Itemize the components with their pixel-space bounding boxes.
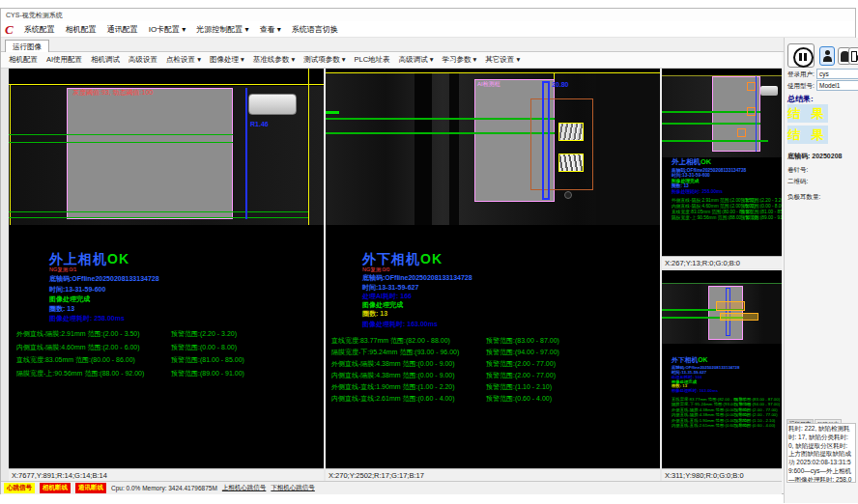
yellow-guide-line-right: [308, 69, 309, 225]
material-region: [67, 88, 233, 219]
user-icon: [820, 47, 834, 65]
exit-button[interactable]: [848, 47, 858, 65]
pause-button[interactable]: [787, 43, 815, 68]
yellow-guide-line-left: [10, 84, 11, 225]
menu-bar: C 系统配置 相机配置 通讯配置 IO卡配置 ▾ 光源控制配置 ▾ 查看 ▾ 系…: [1, 21, 855, 38]
tool-learn-params[interactable]: 学习参数 ▾: [442, 55, 476, 65]
tool-image-process[interactable]: 图像处理 ▾: [210, 55, 244, 65]
orange-highlight-box: [716, 301, 745, 311]
tool-spotcheck-settings[interactable]: 点检设置 ▾: [166, 55, 201, 65]
login-user-value[interactable]: cys: [816, 69, 858, 79]
coordinate-readout: X:311;Y:980;R:0;G:0;B:0: [662, 468, 782, 481]
tab-run-image[interactable]: 运行图像: [5, 40, 49, 53]
coordinate-readout: X:270;Y:2502;R:17;G:17;B:17: [326, 468, 660, 481]
warn-range: 预警范围:(89.00 - 91.00): [171, 369, 244, 378]
elapsed-line: 图像处理耗时: 258.00ms: [49, 315, 125, 322]
tool-camera-debug[interactable]: 相机调试: [91, 55, 120, 65]
model-label: 使用型号:: [787, 82, 815, 91]
model-value[interactable]: Model1: [816, 80, 858, 91]
tool-baseline-params[interactable]: 基准线参数 ▾: [253, 55, 295, 65]
measurement-row: 外侧直线-隔膜:4.38mm 范围:(0.00 - 9.00)预警范围:(2.0…: [331, 359, 660, 371]
user-mode-button[interactable]: [819, 46, 835, 66]
tool-test-params[interactable]: 测试项参数 ▾: [303, 55, 345, 65]
blue-measure-line: [756, 76, 757, 152]
app-window: CYS-视觉检测系统 C 系统配置 相机配置 通讯配置 IO卡配置 ▾ 光源控制…: [0, 8, 856, 494]
axis-code-value: 20250208: [812, 153, 842, 159]
green-measure-line: [662, 123, 760, 125]
clip-object: [248, 94, 297, 115]
qr-code-label: 二维码:: [787, 178, 808, 186]
ai-roi-label: AI检测框: [477, 81, 500, 88]
app-logo-icon: C: [5, 23, 14, 36]
elapsed-line: 图像处理耗时: 163.00ms: [362, 321, 438, 328]
warn-range: 预警范围:(89.00 - 91.00): [740, 214, 782, 221]
orange-marker-box: [747, 107, 756, 116]
exit-icon: [849, 48, 858, 64]
warn-range: 预警范围:(0.60 - 4.00): [486, 394, 552, 404]
login-user-label: 登录用户:: [787, 70, 815, 79]
tool-ai-config[interactable]: AI使用配置: [46, 55, 82, 65]
warn-range: 预警范围:(0.00 - 8.00): [171, 343, 237, 352]
orange-highlight-box: [720, 313, 758, 321]
menu-io-config[interactable]: IO卡配置 ▾: [149, 24, 186, 35]
threshold-overlay-label: 灰度阈值:93, 动态阈值:100: [72, 89, 153, 97]
measurement-value: 隔膜宽度-下:95.24mm 范围:(93.00 - 96.00): [331, 349, 459, 355]
blue-roi-box: [542, 81, 550, 200]
menu-light-config[interactable]: 光源控制配置 ▾: [196, 24, 248, 35]
coordinate-readout: X:267;Y:13;R:0;G:0;B:0: [662, 256, 782, 268]
measurement-value: 内侧直线-隔膜:4.38mm 范围:(0.00 - 9.00): [331, 372, 455, 378]
measurement-value: 直线宽度:83.05mm 范围:(80.00 - 86.00): [16, 356, 135, 363]
green-measure-line: [326, 132, 555, 134]
measurement-row: 外侧直线-隔膜:2.91mm 范围:(2.00 - 3.50)预警范围:(2.2…: [16, 329, 324, 341]
tool-plc-address[interactable]: PLC地址表: [355, 55, 390, 65]
menu-view[interactable]: 查看 ▾: [260, 24, 281, 35]
measurement-value: 内侧直线-直线:2.61mm 范围:(0.60 - 4.00): [331, 395, 455, 402]
machine-dark-zone: [596, 72, 660, 225]
menu-comm-config[interactable]: 通讯配置: [107, 24, 138, 35]
tool-camera-config[interactable]: 相机配置: [9, 55, 38, 65]
yellow-guide-line-top: [326, 72, 660, 73]
green-measure-line: [9, 211, 308, 212]
measurement-row: 内侧直线-隔膜:4.60mm 范围:(2.00 - 6.00)预警范围:(0.0…: [16, 343, 324, 354]
measurement-row: 内侧直线-隔膜:4.38mm 范围:(0.00 - 9.00)预警范围:(2.0…: [331, 371, 660, 382]
menu-camera-config[interactable]: 相机配置: [66, 24, 97, 35]
tool-other-settings[interactable]: 其它设置 ▾: [485, 55, 520, 65]
yellow-guide-line-top: [9, 84, 324, 85]
title-bar: CYS-视觉检测系统: [1, 9, 855, 21]
time-line: 时间:13-31-59-600: [49, 286, 105, 294]
machine-dark-bar: [449, 72, 459, 225]
green-measure-line: [662, 111, 760, 113]
tool-advanced-settings[interactable]: 高级设置: [129, 55, 157, 65]
tool-advanced-debug[interactable]: 高级调试 ▾: [399, 55, 434, 65]
camera-view-outer-top[interactable]: 灰度阈值:93, 动态阈值:100 R1.46 外上相机OK NG复测:0/1 …: [9, 69, 324, 481]
blue-roi-box: [726, 288, 730, 336]
coordinate-readout: X:7677,Y:891;R:14;G:14;B:14: [9, 468, 324, 481]
code-line: 底轴码:OFfIine20250208133134728: [49, 275, 159, 283]
warn-range: 预警范围:(83.00 - 87.00): [486, 336, 559, 346]
bottom-camera-heartbeat-link[interactable]: 下相机心跳信号: [271, 484, 315, 492]
turns-line: 圈数: 13: [49, 305, 74, 313]
warn-range: 预警范围:(94.00 - 97.00): [486, 348, 559, 357]
measurement-row: 隔膜宽度-下:95.24mm 范围:(93.00 - 96.00)预警范围:(9…: [331, 348, 660, 359]
camera-name-label: 外下相机: [362, 251, 420, 266]
thumbnail-result-text: 外下相机OK 底轴码:OFfIine20250208133134728 时间:1…: [672, 355, 782, 429]
control-panel: 登录用户: cys 使用型号: Model1 总结果: 结 果 结 果 底轴码:…: [784, 38, 858, 503]
warn-range: 预警范围:(1.10 - 2.10): [486, 382, 552, 392]
time-line: 时间:13-31-59-627: [362, 284, 418, 292]
measurement-row: 外侧直线-直线:1.90mm 范围:(1.00 - 2.20)预警范围:(1.1…: [331, 382, 660, 394]
log-output[interactable]: 耗时: 222, 缺陷检测耗时: 17, 缺陷分类耗时: 0, 缺陷提取分区耗时…: [786, 423, 856, 483]
result-box-bottom: 结 果: [787, 126, 828, 144]
menu-language[interactable]: 系统语言切换: [292, 24, 338, 35]
green-measure-line: [9, 134, 233, 135]
thumbnail-view-outer-top[interactable]: 外上相机OK 底轴码:OFfIine20250208133134728 时间:1…: [662, 69, 782, 268]
camera-view-outer-bottom[interactable]: AI检测框 20.80 外下相机OK NG复测:0/0 底轴码:OFfIine2…: [326, 69, 660, 481]
menu-system-config[interactable]: 系统配置: [24, 24, 55, 35]
camera-name-label: 外上相机: [672, 158, 701, 166]
toolbar: 相机配置 AI使用配置 相机调试 高级设置 点检设置 ▾ 图像处理 ▾ 基准线参…: [1, 52, 782, 69]
top-camera-heartbeat-link[interactable]: 上相机心跳信号: [222, 484, 267, 492]
measurement-value: 外侧直线-直线:1.90mm 范围:(1.00 - 2.20): [331, 383, 455, 390]
camera-name-label: 外下相机: [672, 356, 698, 363]
window-title: CYS-视觉检测系统: [6, 12, 63, 18]
thumbnail-view-outer-bottom[interactable]: 外下相机OK 底轴码:OFfIine20250208133134728 时间:1…: [662, 270, 782, 481]
measurement-value: 内侧直线-隔膜:4.60mm 范围:(2.00 - 6.00): [16, 344, 140, 350]
